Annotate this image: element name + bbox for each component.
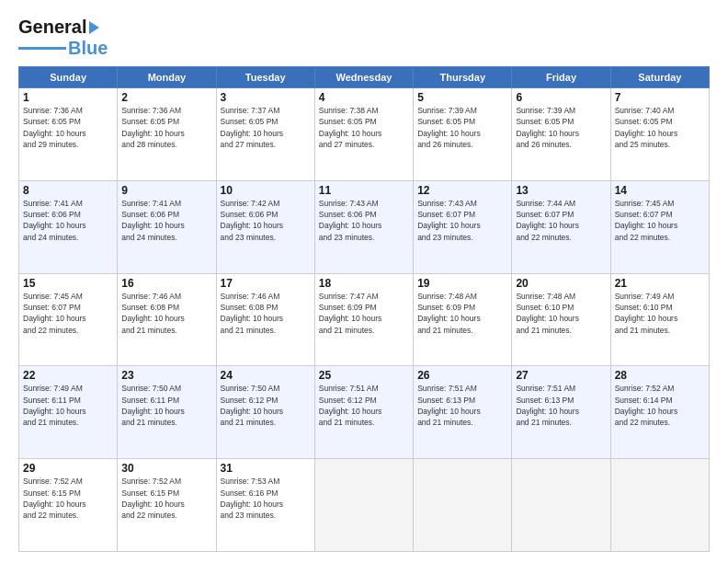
calendar-cell: 1Sunrise: 7:36 AMSunset: 6:05 PMDaylight… <box>19 88 118 181</box>
logo: General Blue <box>18 17 108 59</box>
weekday-header: Friday <box>512 67 610 88</box>
day-info: Sunrise: 7:50 AMSunset: 6:11 PMDaylight:… <box>121 383 211 428</box>
day-info: Sunrise: 7:38 AMSunset: 6:05 PMDaylight:… <box>319 105 409 150</box>
day-number: 19 <box>417 277 507 290</box>
weekday-header: Monday <box>118 67 216 88</box>
weekday-header: Sunday <box>19 67 118 88</box>
day-number: 9 <box>121 184 211 197</box>
calendar-cell: 5Sunrise: 7:39 AMSunset: 6:05 PMDaylight… <box>414 88 512 181</box>
day-number: 8 <box>23 184 113 197</box>
day-info: Sunrise: 7:51 AMSunset: 6:13 PMDaylight:… <box>516 383 606 428</box>
day-info: Sunrise: 7:52 AMSunset: 6:14 PMDaylight:… <box>615 383 705 428</box>
day-info: Sunrise: 7:43 AMSunset: 6:06 PMDaylight:… <box>319 198 409 243</box>
day-number: 13 <box>516 184 606 197</box>
calendar-cell: 25Sunrise: 7:51 AMSunset: 6:12 PMDayligh… <box>314 366 413 459</box>
day-info: Sunrise: 7:47 AMSunset: 6:09 PMDaylight:… <box>319 291 409 336</box>
day-number: 7 <box>615 91 705 104</box>
calendar-cell: 13Sunrise: 7:44 AMSunset: 6:07 PMDayligh… <box>512 180 610 273</box>
header: General Blue <box>18 17 710 59</box>
day-info: Sunrise: 7:52 AMSunset: 6:15 PMDaylight:… <box>121 476 211 521</box>
day-number: 22 <box>23 369 113 382</box>
calendar-cell: 28Sunrise: 7:52 AMSunset: 6:14 PMDayligh… <box>610 366 709 459</box>
day-number: 28 <box>615 369 705 382</box>
logo-underline <box>18 47 66 50</box>
calendar-cell: 7Sunrise: 7:40 AMSunset: 6:05 PMDaylight… <box>610 88 709 181</box>
day-number: 5 <box>417 91 507 104</box>
calendar-cell: 31Sunrise: 7:53 AMSunset: 6:16 PMDayligh… <box>216 459 314 552</box>
calendar-cell: 26Sunrise: 7:51 AMSunset: 6:13 PMDayligh… <box>414 366 512 459</box>
calendar-cell: 11Sunrise: 7:43 AMSunset: 6:06 PMDayligh… <box>314 180 413 273</box>
calendar-cell: 8Sunrise: 7:41 AMSunset: 6:06 PMDaylight… <box>19 180 118 273</box>
day-info: Sunrise: 7:45 AMSunset: 6:07 PMDaylight:… <box>23 291 113 336</box>
day-info: Sunrise: 7:50 AMSunset: 6:12 PMDaylight:… <box>221 383 311 428</box>
day-number: 24 <box>221 369 311 382</box>
day-number: 3 <box>221 91 311 104</box>
calendar-cell: 20Sunrise: 7:48 AMSunset: 6:10 PMDayligh… <box>512 273 610 366</box>
day-info: Sunrise: 7:48 AMSunset: 6:10 PMDaylight:… <box>516 291 606 336</box>
day-info: Sunrise: 7:43 AMSunset: 6:07 PMDaylight:… <box>417 198 507 243</box>
day-number: 21 <box>615 277 705 290</box>
day-number: 16 <box>121 277 211 290</box>
day-info: Sunrise: 7:51 AMSunset: 6:13 PMDaylight:… <box>417 383 507 428</box>
day-info: Sunrise: 7:52 AMSunset: 6:15 PMDaylight:… <box>23 476 113 521</box>
day-number: 10 <box>221 184 311 197</box>
calendar-cell: 3Sunrise: 7:37 AMSunset: 6:05 PMDaylight… <box>216 88 314 181</box>
day-info: Sunrise: 7:46 AMSunset: 6:08 PMDaylight:… <box>221 291 311 336</box>
day-number: 26 <box>417 369 507 382</box>
calendar-cell: 18Sunrise: 7:47 AMSunset: 6:09 PMDayligh… <box>314 273 413 366</box>
logo-general: General <box>18 17 86 38</box>
day-number: 14 <box>615 184 705 197</box>
day-number: 15 <box>23 277 113 290</box>
day-info: Sunrise: 7:48 AMSunset: 6:09 PMDaylight:… <box>417 291 507 336</box>
calendar-table: SundayMondayTuesdayWednesdayThursdayFrid… <box>18 66 710 552</box>
calendar-cell: 9Sunrise: 7:41 AMSunset: 6:06 PMDaylight… <box>118 180 216 273</box>
day-info: Sunrise: 7:49 AMSunset: 6:11 PMDaylight:… <box>23 383 113 428</box>
calendar-cell: 22Sunrise: 7:49 AMSunset: 6:11 PMDayligh… <box>19 366 118 459</box>
day-number: 1 <box>23 91 113 104</box>
weekday-header: Wednesday <box>314 67 413 88</box>
day-info: Sunrise: 7:41 AMSunset: 6:06 PMDaylight:… <box>121 198 211 243</box>
day-info: Sunrise: 7:40 AMSunset: 6:05 PMDaylight:… <box>615 105 705 150</box>
day-info: Sunrise: 7:39 AMSunset: 6:05 PMDaylight:… <box>417 105 507 150</box>
day-number: 2 <box>121 91 211 104</box>
calendar-cell: 2Sunrise: 7:36 AMSunset: 6:05 PMDaylight… <box>118 88 216 181</box>
calendar-cell: 14Sunrise: 7:45 AMSunset: 6:07 PMDayligh… <box>610 180 709 273</box>
calendar-cell <box>610 459 709 552</box>
day-info: Sunrise: 7:41 AMSunset: 6:06 PMDaylight:… <box>23 198 113 243</box>
calendar-cell: 23Sunrise: 7:50 AMSunset: 6:11 PMDayligh… <box>118 366 216 459</box>
calendar-cell: 4Sunrise: 7:38 AMSunset: 6:05 PMDaylight… <box>314 88 413 181</box>
day-info: Sunrise: 7:45 AMSunset: 6:07 PMDaylight:… <box>615 198 705 243</box>
day-info: Sunrise: 7:37 AMSunset: 6:05 PMDaylight:… <box>221 105 311 150</box>
calendar-cell: 21Sunrise: 7:49 AMSunset: 6:10 PMDayligh… <box>610 273 709 366</box>
day-number: 18 <box>319 277 409 290</box>
day-number: 11 <box>319 184 409 197</box>
weekday-header: Tuesday <box>216 67 314 88</box>
day-number: 6 <box>516 91 606 104</box>
day-info: Sunrise: 7:44 AMSunset: 6:07 PMDaylight:… <box>516 198 606 243</box>
calendar-cell <box>512 459 610 552</box>
day-info: Sunrise: 7:46 AMSunset: 6:08 PMDaylight:… <box>121 291 211 336</box>
logo-arrow-icon <box>89 21 99 34</box>
day-info: Sunrise: 7:39 AMSunset: 6:05 PMDaylight:… <box>516 105 606 150</box>
day-info: Sunrise: 7:36 AMSunset: 6:05 PMDaylight:… <box>121 105 211 150</box>
logo-blue: Blue <box>68 38 108 59</box>
day-number: 27 <box>516 369 606 382</box>
page: General Blue SundayMondayTuesdayWednesda… <box>0 0 728 563</box>
day-number: 30 <box>121 462 211 475</box>
calendar-cell: 12Sunrise: 7:43 AMSunset: 6:07 PMDayligh… <box>414 180 512 273</box>
day-number: 17 <box>221 277 311 290</box>
day-info: Sunrise: 7:49 AMSunset: 6:10 PMDaylight:… <box>615 291 705 336</box>
calendar-cell: 15Sunrise: 7:45 AMSunset: 6:07 PMDayligh… <box>19 273 118 366</box>
calendar-cell: 24Sunrise: 7:50 AMSunset: 6:12 PMDayligh… <box>216 366 314 459</box>
day-info: Sunrise: 7:36 AMSunset: 6:05 PMDaylight:… <box>23 105 113 150</box>
calendar-cell: 16Sunrise: 7:46 AMSunset: 6:08 PMDayligh… <box>118 273 216 366</box>
calendar-cell: 17Sunrise: 7:46 AMSunset: 6:08 PMDayligh… <box>216 273 314 366</box>
day-number: 12 <box>417 184 507 197</box>
calendar-cell: 30Sunrise: 7:52 AMSunset: 6:15 PMDayligh… <box>118 459 216 552</box>
day-number: 31 <box>221 462 311 475</box>
calendar-cell: 27Sunrise: 7:51 AMSunset: 6:13 PMDayligh… <box>512 366 610 459</box>
day-info: Sunrise: 7:42 AMSunset: 6:06 PMDaylight:… <box>221 198 311 243</box>
calendar-cell: 10Sunrise: 7:42 AMSunset: 6:06 PMDayligh… <box>216 180 314 273</box>
day-info: Sunrise: 7:53 AMSunset: 6:16 PMDaylight:… <box>221 476 311 521</box>
day-number: 4 <box>319 91 409 104</box>
